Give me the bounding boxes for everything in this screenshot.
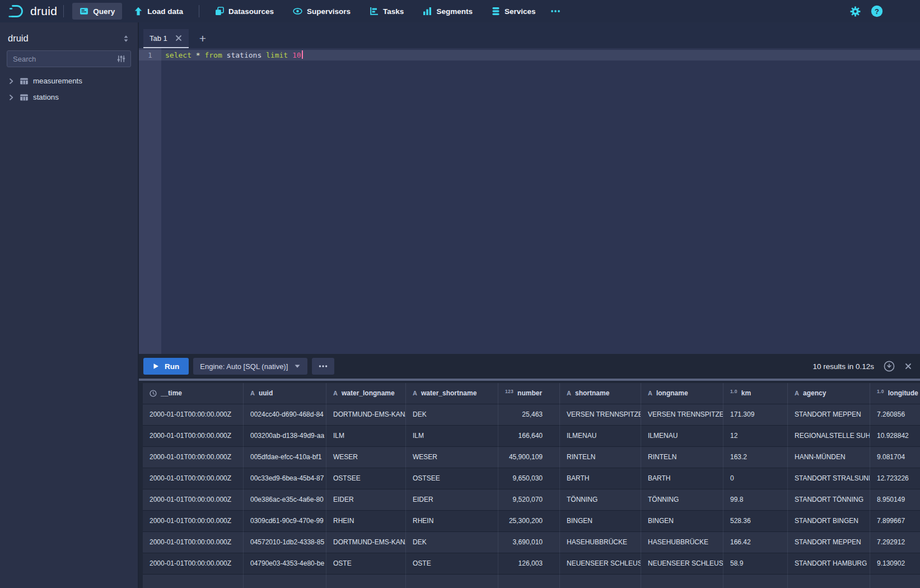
new-tab-button[interactable]: + <box>196 29 209 48</box>
cell-uuid[interactable]: 00c33ed9-6bea-45b4-87 <box>244 468 326 489</box>
more-nav-button[interactable] <box>545 3 566 20</box>
column-header-water_longname[interactable]: Awater_longname <box>326 383 406 404</box>
cell-km[interactable]: 0 <box>723 468 788 489</box>
cell-__time[interactable]: 2000-01-01T00:00:00.000Z <box>143 553 244 575</box>
cell-longitude[interactable]: 8.950149 <box>870 489 920 511</box>
cell-water_longname[interactable]: DORTMUND-EMS-KANAL <box>326 532 406 553</box>
column-header-shortname[interactable]: Ashortname <box>560 383 641 404</box>
cell-water_shortname[interactable]: DEK <box>406 404 498 426</box>
cell-water_longname[interactable]: OSTSEE <box>326 468 406 489</box>
cell-shortname[interactable]: ILMENAU <box>560 426 641 447</box>
cell-longname[interactable] <box>641 575 723 588</box>
cell-water_longname[interactable] <box>326 575 406 588</box>
sliders-icon[interactable] <box>116 54 130 63</box>
cell-agency[interactable]: STANDORT BINGEN <box>788 511 870 532</box>
cell-uuid[interactable]: 005dfdae-efcc-410a-bf1 <box>244 447 326 468</box>
cell-agency[interactable] <box>788 575 870 588</box>
cell-uuid[interactable] <box>244 575 326 588</box>
cell-number[interactable]: 9,650,030 <box>498 468 560 489</box>
chevron-right-icon[interactable] <box>7 77 15 85</box>
cell-water_shortname[interactable]: EIDER <box>406 489 498 511</box>
cell-water_longname[interactable]: EIDER <box>326 489 406 511</box>
cell-km[interactable] <box>723 575 788 588</box>
cell-shortname[interactable] <box>560 575 641 588</box>
sidebar-table-stations[interactable]: stations <box>0 89 138 105</box>
column-header-km[interactable]: 1.0km <box>723 383 788 404</box>
nav-item-query[interactable]: Query <box>72 3 122 20</box>
cell-shortname[interactable]: RINTELN <box>560 447 641 468</box>
cell-number[interactable]: 45,900,109 <box>498 447 560 468</box>
tab-tab-1[interactable]: Tab 1 <box>143 29 189 48</box>
chevron-right-icon[interactable] <box>7 94 15 101</box>
help-icon[interactable]: ? <box>871 5 883 17</box>
cell-km[interactable]: 58.9 <box>723 553 788 575</box>
cell-water_longname[interactable]: ILM <box>326 426 406 447</box>
cell-number[interactable] <box>498 575 560 588</box>
cell-uuid[interactable]: 00e386ac-e35c-4a6e-80 <box>244 489 326 511</box>
column-header-longitude[interactable]: 1.0longitude <box>870 383 920 404</box>
cell-shortname[interactable]: NEUENSEER SCHLEUSEN <box>560 553 641 575</box>
cell-uuid[interactable]: 04572010-1db2-4338-85 <box>244 532 326 553</box>
cell-water_shortname[interactable]: OSTSEE <box>406 468 498 489</box>
cell-__time[interactable] <box>143 575 244 588</box>
cell-number[interactable]: 166,640 <box>498 426 560 447</box>
sidebar-table-measurements[interactable]: measurements <box>0 73 138 89</box>
cell-shortname[interactable]: HASEHUBBRÜCKE <box>560 532 641 553</box>
druid-logo[interactable]: druid <box>8 3 57 19</box>
cell-agency[interactable]: STANDORT MEPPEN <box>788 532 870 553</box>
cell-longitude[interactable]: 7.260856 <box>870 404 920 426</box>
column-header-number[interactable]: 123number <box>498 383 560 404</box>
cell-uuid[interactable]: 003200ab-d138-49d9-aa <box>244 426 326 447</box>
cell-uuid[interactable]: 0024cc40-d690-468d-84 <box>244 404 326 426</box>
cell-shortname[interactable]: BARTH <box>560 468 641 489</box>
cell-number[interactable]: 9,520,070 <box>498 489 560 511</box>
cell-agency[interactable]: STANDORT HAMBURG <box>788 553 870 575</box>
cell-longname[interactable]: NEUENSEER SCHLEUSEN <box>641 553 723 575</box>
cell-agency[interactable]: HANN-MÜNDEN <box>788 447 870 468</box>
cell-__time[interactable]: 2000-01-01T00:00:00.000Z <box>143 511 244 532</box>
close-icon[interactable] <box>904 362 912 370</box>
nav-item-tasks[interactable]: Tasks <box>362 3 411 20</box>
cell-__time[interactable]: 2000-01-01T00:00:00.000Z <box>143 404 244 426</box>
engine-select-button[interactable]: Engine: Auto [SQL (native)] <box>193 358 307 375</box>
cell-agency[interactable]: STANDORT TÖNNING <box>788 489 870 511</box>
cell-km[interactable]: 99.8 <box>723 489 788 511</box>
cell-uuid[interactable]: 04790e03-4353-4e80-be <box>244 553 326 575</box>
cell-longitude[interactable] <box>870 575 920 588</box>
cell-number[interactable]: 25,463 <box>498 404 560 426</box>
cell-water_shortname[interactable]: ILM <box>406 426 498 447</box>
column-header-agency[interactable]: Aagency <box>788 383 870 404</box>
cell-water_longname[interactable]: RHEIN <box>326 511 406 532</box>
cell-agency[interactable]: STANDORT MEPPEN <box>788 404 870 426</box>
cell-longname[interactable]: RINTELN <box>641 447 723 468</box>
cell-longname[interactable]: VERSEN TRENNSPITZE <box>641 404 723 426</box>
cell-km[interactable]: 163.2 <box>723 447 788 468</box>
cell-number[interactable]: 126,003 <box>498 553 560 575</box>
column-header-longname[interactable]: Alongname <box>641 383 723 404</box>
cell-__time[interactable]: 2000-01-01T00:00:00.000Z <box>143 447 244 468</box>
cell-longitude[interactable]: 7.292912 <box>870 532 920 553</box>
cell-longitude[interactable]: 7.899667 <box>870 511 920 532</box>
run-button[interactable]: Run <box>143 358 189 375</box>
cell-__time[interactable]: 2000-01-01T00:00:00.000Z <box>143 489 244 511</box>
cell-agency[interactable]: REGIONALSTELLE SUHL <box>788 426 870 447</box>
cell-water_shortname[interactable]: DEK <box>406 532 498 553</box>
cell-agency[interactable]: STANDORT STRALSUND <box>788 468 870 489</box>
cell-__time[interactable]: 2000-01-01T00:00:00.000Z <box>143 468 244 489</box>
cell-km[interactable]: 12 <box>723 426 788 447</box>
nav-item-datasources[interactable]: Datasources <box>208 3 281 20</box>
cell-water_shortname[interactable]: WESER <box>406 447 498 468</box>
cell-km[interactable]: 171.309 <box>723 404 788 426</box>
cell-water_longname[interactable]: OSTE <box>326 553 406 575</box>
cell-longitude[interactable]: 10.928842 <box>870 426 920 447</box>
nav-item-segments[interactable]: Segments <box>415 3 480 20</box>
cell-km[interactable]: 166.42 <box>723 532 788 553</box>
cell-longname[interactable]: ILMENAU <box>641 426 723 447</box>
cell-water_shortname[interactable]: OSTE <box>406 553 498 575</box>
column-header-uuid[interactable]: Auuid <box>244 383 326 404</box>
cell-water_shortname[interactable] <box>406 575 498 588</box>
sql-editor[interactable]: 1 select * from stations limit 10 <box>139 48 920 354</box>
download-icon[interactable] <box>884 361 895 372</box>
gear-icon[interactable] <box>850 6 861 17</box>
cell-longname[interactable]: HASEHUBBRÜCKE <box>641 532 723 553</box>
